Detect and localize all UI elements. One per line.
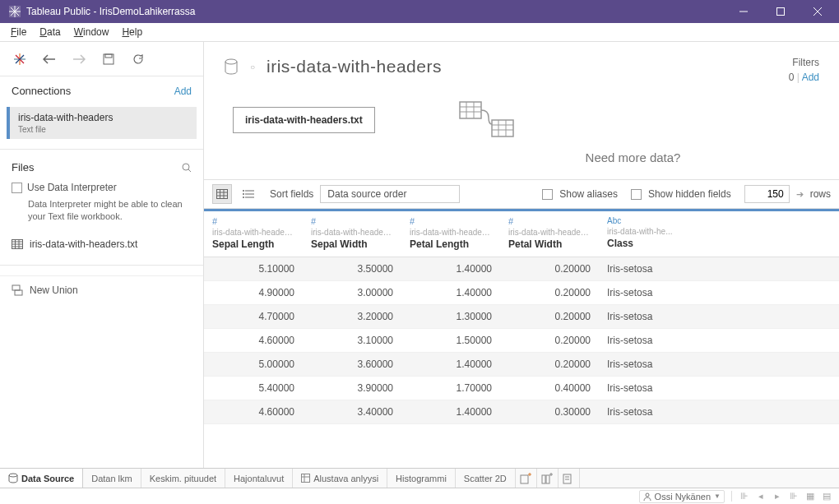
file-item[interactable]: iris-data-with-headers.txt	[0, 232, 203, 257]
new-dashboard-button[interactable]	[537, 469, 559, 488]
table-row[interactable]: 4.600003.100001.500000.20000Iris-setosa	[204, 329, 839, 353]
grid-view-button[interactable]	[212, 184, 232, 204]
connection-item[interactable]: iris-data-with-headers Text file	[7, 107, 197, 139]
new-story-button[interactable]	[559, 469, 580, 488]
save-button[interactable]	[97, 48, 120, 71]
table-cell[interactable]: 3.40000	[303, 400, 401, 424]
table-cell[interactable]: 4.60000	[204, 400, 303, 424]
table-cell[interactable]: 3.90000	[303, 377, 401, 400]
search-icon[interactable]	[182, 163, 192, 173]
table-row[interactable]: 5.400003.900001.700000.40000Iris-setosa	[204, 377, 839, 400]
table-cell[interactable]: 5.10000	[204, 257, 303, 281]
data-grid[interactable]: # iris-data-with-headers.txt Sepal Lengt…	[204, 209, 839, 468]
next-sheet-button[interactable]: ▸	[772, 491, 783, 502]
table-cell[interactable]: 3.60000	[303, 353, 401, 377]
connections-label: Connections	[12, 85, 71, 97]
forward-button[interactable]	[67, 48, 90, 71]
table-chip[interactable]: iris-data-with-headers.txt	[233, 107, 375, 133]
table-cell[interactable]: Iris-setosa	[599, 353, 680, 377]
table-cell[interactable]: Iris-setosa	[599, 400, 680, 424]
table-cell[interactable]: 1.40000	[401, 353, 500, 377]
table-cell[interactable]: Iris-setosa	[599, 281, 680, 305]
table-cell[interactable]: 3.20000	[303, 305, 401, 329]
table-row[interactable]: 4.900003.000001.400000.20000Iris-setosa	[204, 281, 839, 305]
column-header[interactable]: Abc iris-data-with-he... Class	[599, 210, 680, 257]
table-cell[interactable]: 0.20000	[500, 257, 599, 281]
table-cell[interactable]: 4.90000	[204, 281, 303, 305]
sort-fields-select[interactable]: Data source order	[320, 185, 460, 203]
table-cell[interactable]: 5.40000	[204, 377, 303, 400]
column-header[interactable]: # iris-data-with-headers... Petal Width	[500, 210, 599, 257]
table-row[interactable]: 4.600003.400001.400000.30000Iris-setosa	[204, 400, 839, 424]
table-cell[interactable]: 1.30000	[401, 305, 500, 329]
table-cell[interactable]: 0.20000	[500, 305, 599, 329]
table-cell[interactable]: 1.40000	[401, 257, 500, 281]
use-interpreter-checkbox[interactable]	[12, 183, 22, 193]
show-sheets-button[interactable]: ▤	[821, 491, 832, 502]
file-name: iris-data-with-headers.txt	[30, 238, 137, 250]
table-cell[interactable]: 0.40000	[500, 377, 599, 400]
table-row[interactable]: 4.700003.200001.300000.20000Iris-setosa	[204, 305, 839, 329]
join-canvas[interactable]: iris-data-with-headers.txt Need more dat…	[204, 91, 839, 173]
first-sheet-button[interactable]: ⊪	[739, 491, 750, 502]
table-cell[interactable]: 0.20000	[500, 281, 599, 305]
table-cell[interactable]: 4.70000	[204, 305, 303, 329]
minimize-button[interactable]	[725, 0, 762, 23]
table-cell[interactable]: 0.30000	[500, 400, 599, 424]
show-filmstrip-button[interactable]: ▦	[804, 491, 816, 502]
window-title: Tableau Public - IrisDemoLahikerrassa	[26, 6, 725, 17]
list-view-button[interactable]	[239, 184, 258, 204]
svg-rect-50	[542, 475, 545, 483]
add-connection-link[interactable]: Add	[174, 86, 192, 97]
last-sheet-button[interactable]: ⊪	[788, 491, 800, 502]
sheet-tab[interactable]: Scatter 2D	[456, 469, 516, 488]
column-header[interactable]: # iris-data-with-headers.txt Sepal Lengt…	[204, 210, 303, 257]
datasource-icon	[224, 58, 239, 75]
column-header[interactable]: # iris-data-with-headers.txt Petal Lengt…	[401, 210, 500, 257]
table-cell[interactable]: 1.50000	[401, 329, 500, 353]
rows-input[interactable]	[744, 185, 790, 203]
menu-window[interactable]: Window	[67, 24, 116, 40]
sheet-tab[interactable]: Keskim. pituudet	[141, 469, 225, 488]
table-cell[interactable]: 5.00000	[204, 353, 303, 377]
menu-help[interactable]: Help	[115, 24, 149, 40]
show-aliases-checkbox[interactable]	[542, 189, 553, 200]
table-cell[interactable]: 3.10000	[303, 329, 401, 353]
table-cell[interactable]: Iris-setosa	[599, 377, 680, 400]
close-button[interactable]	[799, 0, 836, 23]
table-cell[interactable]: Iris-setosa	[599, 329, 680, 353]
maximize-button[interactable]	[762, 0, 799, 23]
new-union-button[interactable]: New Union	[0, 275, 203, 304]
sheet-tabs: Data Source Datan lkmKeskim. pituudetHaj…	[0, 468, 839, 488]
table-cell[interactable]: 1.40000	[401, 400, 500, 424]
column-header[interactable]: # iris-data-with-headers... Sepal Width	[303, 210, 401, 257]
table-row[interactable]: 5.100003.500001.400000.20000Iris-setosa	[204, 257, 839, 281]
show-hidden-checkbox[interactable]	[631, 189, 642, 200]
table-cell[interactable]: 3.50000	[303, 257, 401, 281]
table-cell[interactable]: 1.40000	[401, 281, 500, 305]
sheet-tab[interactable]: Alustava anlyysi	[293, 469, 387, 488]
sheet-tab[interactable]: Hajontaluvut	[225, 469, 293, 488]
table-cell[interactable]: 3.00000	[303, 281, 401, 305]
tableau-logo-icon[interactable]	[8, 48, 31, 71]
prev-sheet-button[interactable]: ◂	[755, 491, 767, 502]
table-row[interactable]: 5.000003.600001.400000.20000Iris-setosa	[204, 353, 839, 377]
sheet-tab[interactable]: Histogrammi	[387, 469, 456, 488]
table-cell[interactable]: 0.20000	[500, 353, 599, 377]
menu-data[interactable]: Data	[33, 24, 67, 40]
rows-arrow-icon[interactable]: ➔	[796, 189, 804, 200]
new-worksheet-button[interactable]	[516, 469, 537, 488]
add-filter-link[interactable]: Add	[802, 72, 819, 83]
table-cell[interactable]: Iris-setosa	[599, 305, 680, 329]
table-cell[interactable]: 0.20000	[500, 329, 599, 353]
refresh-button[interactable]	[127, 48, 150, 71]
table-cell[interactable]: 1.70000	[401, 377, 500, 400]
sheet-tab[interactable]: Datan lkm	[83, 469, 141, 488]
menu-file[interactable]: File	[4, 24, 33, 40]
tab-data-source[interactable]: Data Source	[0, 469, 83, 488]
table-cell[interactable]: 4.60000	[204, 329, 303, 353]
datasource-title[interactable]: iris-data-with-headers	[267, 57, 442, 76]
table-cell[interactable]: Iris-setosa	[599, 257, 680, 281]
user-chip[interactable]: Ossi Nykänen ▼	[639, 490, 725, 503]
back-button[interactable]	[38, 48, 61, 71]
